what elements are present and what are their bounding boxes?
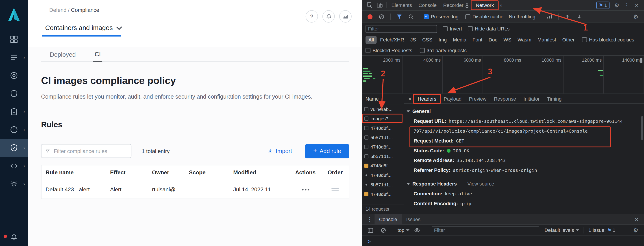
preserve-log-checkbox[interactable]: Preserve log	[424, 14, 458, 19]
devtools-tab-network[interactable]: Network	[472, 0, 497, 10]
filter-chip-css[interactable]: CSS	[419, 36, 435, 44]
more-tabs-icon[interactable]	[497, 2, 505, 8]
request-row[interactable]: 4748d8f...	[362, 189, 404, 199]
filter-chip-all[interactable]: All	[366, 36, 377, 44]
rules-filter-input[interactable]	[53, 147, 127, 154]
details-tab-preview[interactable]: Preview	[465, 94, 490, 103]
request-row[interactable]: 4748d8f...	[362, 142, 404, 151]
hide-data-urls-checkbox[interactable]: Hide data URLs	[468, 26, 510, 31]
console-context-select[interactable]: top	[398, 228, 410, 233]
drawer-tab-console[interactable]: Console	[374, 214, 402, 225]
request-row[interactable]: vulnerab...	[362, 104, 404, 114]
devtools-menu-icon[interactable]	[622, 1, 632, 10]
scrollbar-thumb[interactable]	[640, 58, 642, 63]
clear-console-icon[interactable]	[378, 226, 388, 235]
clear-network-log-icon[interactable]	[377, 12, 386, 21]
filter-chip-font[interactable]: Font	[470, 36, 485, 44]
sidebar-item-radar[interactable]	[0, 66, 28, 85]
details-tab-payload[interactable]: Payload	[440, 94, 465, 103]
row-drag-handle[interactable]	[332, 188, 339, 191]
notifications-button[interactable]	[322, 10, 335, 23]
prisma-cloud-logo[interactable]	[4, 4, 23, 25]
export-har-icon[interactable]	[574, 12, 584, 21]
filter-chip-wasm[interactable]: Wasm	[514, 36, 534, 44]
details-tab-initiator[interactable]: Initiator	[520, 94, 543, 103]
table-row[interactable]: Default 423 - alert ... Alert rtulsani@.…	[42, 180, 349, 199]
import-har-icon[interactable]	[562, 12, 572, 21]
view-source-link[interactable]: View source	[467, 181, 494, 187]
device-toolbar-icon[interactable]	[374, 1, 384, 10]
request-checkbox[interactable]	[364, 126, 368, 130]
console-messages-badge[interactable]: 1	[596, 1, 610, 9]
console-settings-icon[interactable]	[631, 226, 641, 235]
eye-icon[interactable]	[412, 226, 422, 235]
close-details-icon[interactable]	[406, 95, 414, 102]
filter-chip-other[interactable]: Other	[560, 36, 578, 44]
filter-chip-fetch-xhr[interactable]: Fetch/XHR	[377, 36, 407, 44]
console-sidebar-icon[interactable]	[366, 226, 375, 235]
issues-counter[interactable]: 1 Issue: 1	[588, 228, 615, 233]
drawer-close-icon[interactable]	[632, 215, 642, 224]
requests-name-column-header[interactable]: Name	[362, 94, 404, 104]
request-checkbox[interactable]	[364, 154, 368, 158]
add-rule-button[interactable]: + Add rule	[305, 144, 349, 158]
sidebar-notifications[interactable]	[0, 228, 28, 246]
devtools-tab-console[interactable]: Console	[415, 0, 440, 10]
disable-cache-checkbox[interactable]: Disable cache	[466, 14, 504, 19]
response-headers-section-toggle[interactable]: Response Headers View source	[404, 179, 644, 189]
third-party-requests-checkbox[interactable]: 3rd-party requests	[420, 47, 467, 53]
network-settings-icon[interactable]	[631, 12, 641, 21]
drawer-tab-issues[interactable]: Issues	[402, 214, 425, 225]
network-conditions-icon[interactable]	[545, 12, 555, 21]
network-overview-timeline[interactable]: 2000 ms 4000 ms 6000 ms 8000 ms 10000 ms…	[362, 56, 644, 94]
filter-chip-manifest[interactable]: Manifest	[534, 36, 559, 44]
inspect-element-icon[interactable]	[364, 1, 374, 10]
sidebar-item-settings[interactable]	[0, 175, 28, 193]
search-icon[interactable]	[406, 12, 416, 21]
filter-funnel-icon[interactable]	[394, 12, 404, 21]
blocked-requests-checkbox[interactable]: Blocked Requests	[366, 47, 412, 53]
sidebar-item-alerts[interactable]	[0, 121, 28, 139]
request-checkbox[interactable]	[364, 145, 368, 149]
request-checkbox[interactable]	[364, 116, 368, 120]
sidebar-item-shield[interactable]	[0, 84, 28, 103]
sidebar-item-dashboard[interactable]	[0, 30, 28, 49]
details-tab-response[interactable]: Response	[490, 94, 520, 103]
details-tab-headers[interactable]: Headers	[414, 94, 440, 103]
breadcrumb-parent[interactable]: Defend	[49, 7, 66, 13]
request-checkbox[interactable]	[364, 135, 368, 139]
filter-chip-media[interactable]: Media	[450, 36, 469, 44]
usage-button[interactable]	[339, 10, 352, 23]
console-filter-input[interactable]	[432, 226, 539, 234]
network-filter-input[interactable]	[366, 25, 437, 33]
scope-selector[interactable]: Containers and images	[45, 24, 121, 31]
console-prompt[interactable]	[362, 236, 644, 246]
request-row[interactable]: 4748d8f...	[362, 123, 404, 132]
devtools-tab-elements[interactable]: Elements	[388, 0, 415, 10]
sidebar-item-compliance[interactable]	[0, 103, 28, 121]
general-section-toggle[interactable]: General	[404, 106, 644, 116]
request-row[interactable]: 4748d8f...	[362, 161, 404, 170]
request-row[interactable]: 4748d8f...	[362, 170, 404, 180]
devtools-settings-icon[interactable]	[612, 1, 622, 10]
row-actions-button[interactable]	[302, 189, 309, 190]
rules-filter[interactable]	[41, 144, 132, 158]
help-button[interactable]	[306, 10, 318, 23]
filter-chip-doc[interactable]: Doc	[486, 36, 500, 44]
filter-chip-ws[interactable]: WS	[500, 36, 514, 44]
request-row[interactable]: 5b571d1...	[362, 151, 404, 161]
has-blocked-cookies-checkbox[interactable]: Has blocked cookies	[582, 37, 634, 43]
cell-rule-name[interactable]: Default 423 - alert ...	[42, 186, 110, 193]
request-row[interactable]: 5b571d1...	[362, 180, 404, 189]
request-checkbox[interactable]	[364, 107, 368, 111]
filter-chip-js[interactable]: JS	[408, 36, 419, 44]
request-row[interactable]: 5b571d1...	[362, 133, 404, 142]
sidebar-item-policies[interactable]	[0, 48, 28, 66]
scrollbar-thumb[interactable]	[641, 116, 643, 140]
record-button[interactable]	[368, 14, 372, 19]
devtools-close-icon[interactable]	[632, 1, 642, 10]
sidebar-item-defend[interactable]	[0, 139, 28, 157]
request-row-selected[interactable]: images?...	[362, 114, 404, 123]
drawer-menu-icon[interactable]	[364, 215, 374, 224]
details-tab-timing[interactable]: Timing	[543, 94, 565, 103]
